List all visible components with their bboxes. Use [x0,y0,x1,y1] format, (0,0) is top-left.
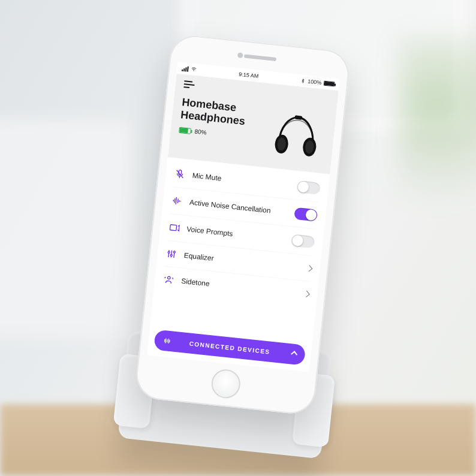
svg-point-0 [194,71,194,71]
app-screen: 9:15 AM 100% Homebase Headphon [147,62,340,372]
chevron-right-icon [306,265,312,272]
svg-point-8 [168,251,170,253]
voice-prompts-toggle[interactable] [291,234,315,248]
device-title: Homebase Headphones [180,96,247,127]
mic-icon [174,168,186,180]
anc-toggle[interactable] [294,207,318,222]
chevron-right-icon [303,291,310,297]
signal-icon [182,65,189,71]
mic-mute-label: Mic Mute [192,171,291,190]
headphones-image [266,106,328,163]
phone-dock: 9:15 AM 100% Homebase Headphon [93,29,393,474]
product-photo-scene: 9:15 AM 100% Homebase Headphon [0,0,476,476]
equalizer-label: Equalizer [183,251,300,272]
settings-list: Mic Mute Active Noise Cancellation Voice… [150,157,330,342]
svg-rect-5 [294,115,302,120]
svg-point-10 [173,251,175,253]
svg-point-11 [167,276,170,279]
voice-prompts-icon [168,222,180,234]
device-battery-icon [179,127,191,134]
mic-mute-toggle[interactable] [297,180,321,195]
connected-devices-label: CONNECTED DEVICES [189,340,270,355]
svg-point-9 [170,254,172,256]
anc-icon [171,195,183,207]
equalizer-icon [165,248,177,260]
device-battery-text: 80% [194,128,207,136]
battery-icon [324,81,335,87]
svg-rect-7 [170,225,176,231]
status-battery-text: 100% [308,79,322,86]
sidetone-label: Sidetone [181,276,298,297]
phone-body: 9:15 AM 100% Homebase Headphon [134,34,351,416]
bluetooth-icon [300,78,306,85]
menu-icon[interactable] [183,80,195,89]
sidetone-icon [163,273,175,285]
devices-icon [162,336,171,345]
wifi-icon [191,66,197,73]
device-hero: Homebase Headphones 80% [168,74,339,174]
voice-prompts-label: Voice Prompts [186,225,285,244]
chevron-up-icon [291,351,297,357]
home-button[interactable] [210,368,242,400]
background-plant [398,36,476,264]
anc-label: Active Noise Cancellation [189,198,288,217]
status-time: 9:15 AM [239,71,259,79]
